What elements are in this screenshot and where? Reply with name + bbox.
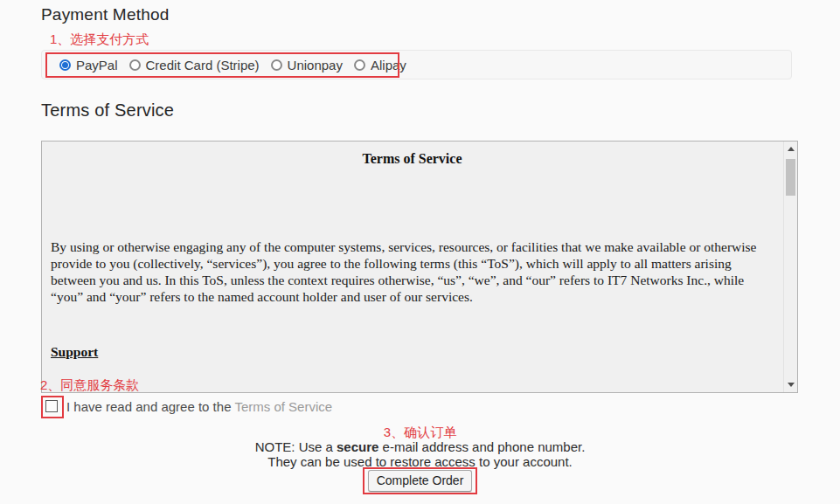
payment-options-panel: PayPal Credit Card (Stripe) Unionpay Ali… bbox=[41, 50, 792, 79]
radio-label-credit-card[interactable]: Credit Card (Stripe) bbox=[146, 58, 260, 72]
tos-section-title: Terms of Service bbox=[41, 100, 174, 121]
step1-label: 1、选择支付方式 bbox=[50, 31, 149, 48]
agree-checkbox[interactable] bbox=[45, 400, 58, 412]
note-text: NOTE: Use a bbox=[255, 439, 337, 454]
checkout-page: Payment Method 1、选择支付方式 PayPal Credit Ca… bbox=[0, 0, 840, 504]
agree-label-text: I have read and agree to the bbox=[66, 399, 234, 414]
radio-icon[interactable] bbox=[271, 59, 282, 71]
scrollbar-thumb[interactable] bbox=[786, 159, 795, 196]
step2-label: 2、同意服务条款 bbox=[40, 377, 139, 394]
note-text: e-mail address and phone number. bbox=[378, 439, 585, 454]
complete-order-button[interactable]: Complete Order bbox=[368, 470, 473, 492]
scroll-down-icon[interactable] bbox=[784, 377, 797, 392]
tos-scrollbar[interactable] bbox=[783, 142, 797, 392]
radio-option-unionpay[interactable]: Unionpay bbox=[271, 58, 343, 72]
tos-paragraph: By using or otherwise engaging any of th… bbox=[51, 238, 776, 305]
payment-method-title: Payment Method bbox=[41, 5, 169, 24]
tos-scrollbox[interactable]: Terms of Service By using or otherwise e… bbox=[41, 141, 798, 393]
radio-icon[interactable] bbox=[354, 59, 365, 71]
agree-label: I have read and agree to the Terms of Se… bbox=[66, 399, 332, 414]
radio-option-alipay[interactable]: Alipay bbox=[354, 58, 406, 72]
radio-option-credit-card[interactable]: Credit Card (Stripe) bbox=[129, 58, 260, 72]
radio-label-paypal[interactable]: PayPal bbox=[76, 58, 118, 72]
radio-label-alipay[interactable]: Alipay bbox=[371, 58, 406, 72]
radio-option-paypal[interactable]: PayPal bbox=[59, 58, 118, 72]
radio-label-unionpay[interactable]: Unionpay bbox=[288, 58, 343, 72]
complete-order-area: Complete Order bbox=[0, 467, 840, 494]
tos-document-title: Terms of Service bbox=[42, 151, 782, 167]
tos-support-heading: Support bbox=[51, 344, 98, 360]
radio-selected-icon[interactable] bbox=[59, 59, 71, 71]
tos-link[interactable]: Terms of Service bbox=[234, 399, 332, 414]
note-bold-word: secure bbox=[337, 439, 378, 454]
annotation-box-complete-order: Complete Order bbox=[363, 467, 478, 494]
scroll-up-icon[interactable] bbox=[784, 142, 797, 156]
note-line1: NOTE: Use a secure e-mail address and ph… bbox=[0, 439, 840, 454]
radio-icon[interactable] bbox=[129, 59, 141, 71]
